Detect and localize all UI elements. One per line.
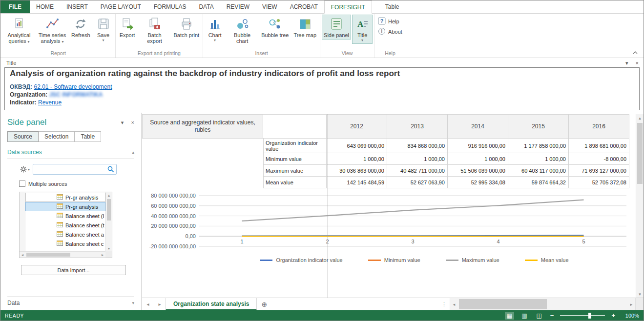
- table-value-cell[interactable]: 142 145 484,59: [327, 177, 387, 188]
- table-year-header-2016[interactable]: 2016: [569, 114, 629, 139]
- table-year-header-2013[interactable]: 2013: [387, 114, 448, 139]
- sheet-nav-left-icon[interactable]: ◂: [142, 298, 154, 310]
- tab-home[interactable]: HOME: [30, 0, 60, 13]
- search-input[interactable]: [33, 164, 117, 175]
- table-year-header-2014[interactable]: 2014: [448, 114, 508, 139]
- okved-link[interactable]: 62.01 - Software development: [34, 83, 112, 90]
- scroll-down-icon[interactable]: ▾: [106, 245, 112, 251]
- table-value-cell[interactable]: 30 036 863 000,00: [327, 165, 387, 177]
- multiple-sources-checkbox-row[interactable]: Multiple sources: [19, 181, 134, 187]
- collapse-ribbon-button[interactable]: [631, 49, 640, 56]
- settings-gear-button[interactable]: ▾: [19, 165, 31, 174]
- table-value-cell[interactable]: 1 000,00: [508, 153, 569, 165]
- title-pane-close-icon[interactable]: ×: [636, 60, 639, 66]
- save-button[interactable]: Save▾: [93, 15, 114, 44]
- source-list-item[interactable]: Balance sheet c: [25, 239, 105, 248]
- source-list-item[interactable]: Balance sheet (l: [25, 211, 105, 221]
- source-list-item[interactable]: Pr-gr analysis: [25, 193, 105, 202]
- tab-data[interactable]: DATA: [192, 0, 220, 13]
- table-year-header-2012[interactable]: 2012: [327, 114, 387, 139]
- page-layout-view-icon[interactable]: ▥: [519, 312, 529, 320]
- vertical-scrollbar[interactable]: ▴ ▾: [636, 114, 644, 298]
- tab-formulas[interactable]: FORMULAS: [147, 0, 193, 13]
- scroll-up-icon[interactable]: ▴: [636, 114, 644, 121]
- about-button[interactable]: i About: [375, 26, 405, 37]
- indicator-link[interactable]: Revenue: [38, 99, 62, 106]
- data-sources-section-header[interactable]: Data sources ▴: [7, 149, 134, 159]
- checkbox[interactable]: [19, 181, 25, 187]
- title-pane-collapse-icon[interactable]: ▾: [625, 60, 628, 66]
- legend-item[interactable]: Mean value: [525, 257, 569, 263]
- series-maximum-value[interactable]: [242, 200, 584, 221]
- source-list-item[interactable]: Pr-gr analysis: [25, 202, 105, 211]
- legend-item[interactable]: Minimum value: [368, 257, 420, 263]
- scroll-up-icon[interactable]: ▴: [106, 192, 112, 198]
- table-value-cell[interactable]: 59 874 664,32: [508, 177, 569, 188]
- sheet-nav-right-icon[interactable]: ▸: [154, 298, 166, 310]
- time-series-analysis-button[interactable]: Time series analysis ▾: [36, 15, 68, 46]
- zoom-slider-thumb[interactable]: [588, 313, 591, 319]
- add-sheet-button[interactable]: ⊕: [257, 298, 271, 310]
- scroll-left-icon[interactable]: ◂: [20, 252, 25, 258]
- tab-view[interactable]: VIEW: [256, 0, 284, 13]
- analytical-queries-button[interactable]: Analytical queries ▾: [3, 15, 35, 46]
- table-row-label[interactable]: Mean value: [263, 177, 327, 188]
- tab-insert[interactable]: INSERT: [60, 0, 94, 13]
- side-panel-close-icon[interactable]: ×: [131, 120, 134, 125]
- zoom-percentage[interactable]: 100%: [622, 313, 639, 319]
- tab-table[interactable]: Table: [74, 131, 101, 142]
- data-section-header[interactable]: Data ▾: [7, 296, 134, 306]
- table-row-label[interactable]: Organization indicator value: [263, 139, 327, 153]
- table-value-cell[interactable]: 71 693 127 000,00: [569, 165, 629, 177]
- scroll-right-icon[interactable]: ▸: [627, 298, 635, 310]
- scroll-right-icon[interactable]: ▸: [100, 252, 105, 258]
- horizontal-scrollbar[interactable]: ◂ ▸: [450, 298, 635, 310]
- scrollbar-thumb[interactable]: [459, 299, 547, 309]
- table-value-cell[interactable]: 916 916 000,00: [448, 139, 508, 153]
- table-value-cell[interactable]: 52 705 372,08: [569, 177, 629, 188]
- side-panel-toggle-button[interactable]: Side panel: [322, 15, 351, 40]
- table-value-cell[interactable]: 60 403 117 000,00: [508, 165, 569, 177]
- refresh-button[interactable]: Refresh: [69, 15, 92, 40]
- scrollbar-thumb[interactable]: [26, 253, 70, 257]
- table-value-cell[interactable]: 40 482 711 000,00: [387, 165, 448, 177]
- source-list-item[interactable]: Balance sheet (t: [25, 221, 105, 230]
- table-value-cell[interactable]: 834 868 000,00: [387, 139, 448, 153]
- table-value-cell[interactable]: 51 506 039 000,00: [448, 165, 508, 177]
- zoom-slider[interactable]: [560, 315, 605, 316]
- table-value-cell[interactable]: 1 000,00: [327, 153, 387, 165]
- scrollbar-thumb[interactable]: [637, 123, 643, 184]
- table-row-label[interactable]: Maximum value: [263, 165, 327, 177]
- zoom-out-button[interactable]: −: [549, 312, 555, 319]
- page-break-view-icon[interactable]: ◫: [534, 312, 543, 320]
- source-list-item[interactable]: Balance sheet a: [25, 230, 105, 239]
- list-vertical-scrollbar[interactable]: ▴ ▾: [105, 192, 112, 251]
- bubble-chart-button[interactable]: Bubble chart: [226, 15, 258, 45]
- bubble-tree-button[interactable]: Bubble tree: [259, 15, 291, 40]
- scroll-left-icon[interactable]: ◂: [450, 298, 458, 310]
- data-import-button[interactable]: Data import...: [21, 265, 126, 275]
- batch-print-button[interactable]: Batch print: [172, 15, 202, 40]
- table-value-cell[interactable]: 643 069 000,00: [327, 139, 387, 153]
- tab-page-layout[interactable]: PAGE LAYOUT: [94, 0, 147, 13]
- tab-file[interactable]: FILE: [0, 0, 30, 13]
- tab-source[interactable]: Source: [7, 131, 39, 142]
- batch-export-button[interactable]: Batch export: [139, 15, 171, 45]
- scroll-down-icon[interactable]: ▾: [636, 290, 644, 298]
- tab-acrobat[interactable]: ACROBAT: [284, 0, 324, 13]
- title-toggle-button[interactable]: A Title▾: [352, 15, 373, 44]
- tab-foresight[interactable]: FORESIGHT: [324, 0, 372, 14]
- tab-table[interactable]: Table: [379, 0, 406, 13]
- normal-view-icon[interactable]: ▦: [505, 312, 514, 320]
- zoom-in-button[interactable]: +: [610, 312, 616, 319]
- table-value-cell[interactable]: 52 995 334,08: [448, 177, 508, 188]
- table-value-cell[interactable]: 1 898 681 000,00: [569, 139, 629, 153]
- table-value-cell[interactable]: -8 000,00: [569, 153, 629, 165]
- legend-item[interactable]: Organization indicator value: [260, 257, 342, 263]
- chart-button[interactable]: Chart▾: [205, 15, 225, 44]
- sheet-tab-organization-state-analysis[interactable]: Organization state analysis: [166, 298, 257, 310]
- search-icon[interactable]: [107, 166, 114, 174]
- legend-item[interactable]: Maximum value: [446, 257, 499, 263]
- tab-selection[interactable]: Selection: [38, 131, 75, 142]
- list-horizontal-scrollbar[interactable]: ◂ ▸: [20, 251, 105, 258]
